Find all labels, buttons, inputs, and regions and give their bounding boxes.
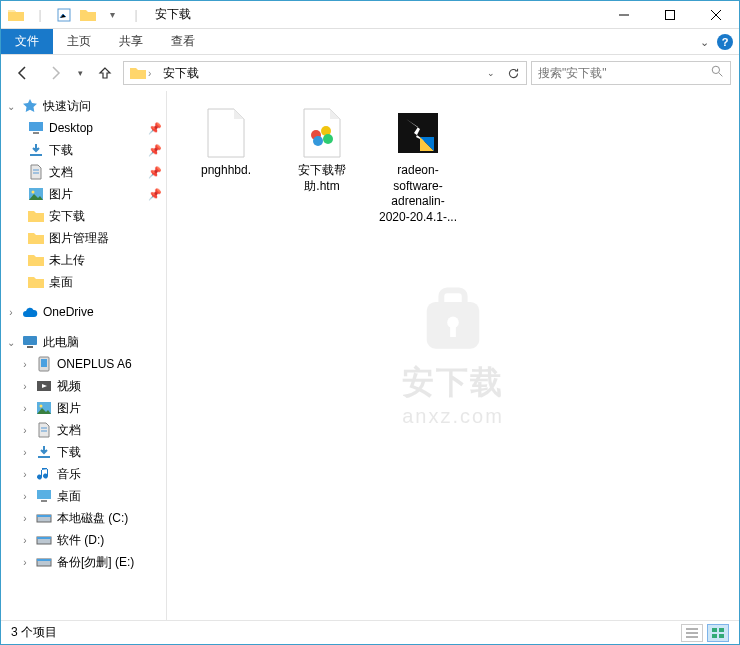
help-icon[interactable]: ? <box>717 34 733 50</box>
nav-back-button[interactable] <box>9 59 37 87</box>
maximize-button[interactable] <box>647 1 693 29</box>
file-name: pnghhbd. <box>201 163 251 179</box>
sidebar-pc-item[interactable]: ›图片 <box>1 397 166 419</box>
address-bar[interactable]: › 安下载 ⌄ <box>123 61 527 85</box>
sidebar-quick-item[interactable]: 未上传 <box>1 249 166 271</box>
qat-properties[interactable] <box>53 4 75 26</box>
sidebar-pc-item[interactable]: ›ONEPLUS A6 <box>1 353 166 375</box>
search-input[interactable] <box>538 66 705 80</box>
svg-rect-9 <box>30 154 42 156</box>
chevron-right-icon[interactable]: › <box>19 403 31 414</box>
svg-point-20 <box>40 405 43 408</box>
nav-recent-dropdown[interactable]: ▾ <box>73 59 87 87</box>
drive-icon <box>35 553 53 571</box>
svg-rect-47 <box>719 634 724 638</box>
sidebar-quick-item[interactable]: 桌面 <box>1 271 166 293</box>
svg-rect-46 <box>712 634 717 638</box>
sidebar-pc-item[interactable]: ›视频 <box>1 375 166 397</box>
nav-forward-button[interactable] <box>41 59 69 87</box>
view-icons-button[interactable] <box>707 624 729 642</box>
close-button[interactable] <box>693 1 739 29</box>
navigation-pane[interactable]: ⌄ 快速访问 Desktop📌下载📌文档📌图片📌安下载图片管理器未上传桌面 › … <box>1 91 167 620</box>
chevron-right-icon[interactable]: › <box>19 425 31 436</box>
file-item[interactable]: radeon-software-adrenalin-2020-20.4.1-..… <box>373 101 463 229</box>
sidebar-quick-item[interactable]: 文档📌 <box>1 161 166 183</box>
chevron-right-icon[interactable]: › <box>19 535 31 546</box>
sidebar-onedrive[interactable]: › OneDrive <box>1 301 166 323</box>
ribbon-share-tab[interactable]: 共享 <box>105 29 157 54</box>
file-name: radeon-software-adrenalin-2020-20.4.1-..… <box>377 163 459 225</box>
drive-icon <box>35 531 53 549</box>
chevron-right-icon[interactable]: › <box>19 469 31 480</box>
svg-point-13 <box>32 191 35 194</box>
star-icon <box>21 97 39 115</box>
ribbon-file-tab[interactable]: 文件 <box>1 29 53 54</box>
chevron-right-icon[interactable]: › <box>19 491 31 502</box>
pc-icon <box>21 333 39 351</box>
address-root[interactable]: › <box>126 62 155 84</box>
chevron-right-icon[interactable]: › <box>19 381 31 392</box>
file-icon <box>298 105 346 161</box>
svg-point-5 <box>712 66 719 73</box>
sidebar-pc-item[interactable]: ›软件 (D:) <box>1 529 166 551</box>
svg-rect-8 <box>33 132 39 134</box>
address-dropdown-button[interactable]: ⌄ <box>480 62 502 84</box>
sidebar-this-pc[interactable]: ⌄ 此电脑 <box>1 331 166 353</box>
nav-up-button[interactable] <box>91 59 119 87</box>
sidebar-quick-item[interactable]: Desktop📌 <box>1 117 166 139</box>
folder-icon <box>27 273 45 291</box>
sidebar-pc-item[interactable]: ›桌面 <box>1 485 166 507</box>
downloads-icon <box>27 141 45 159</box>
qat-new-folder[interactable] <box>77 4 99 26</box>
ribbon-home-tab[interactable]: 主页 <box>53 29 105 54</box>
sidebar-pc-item[interactable]: ›备份[勿删] (E:) <box>1 551 166 573</box>
chevron-right-icon[interactable]: › <box>19 557 31 568</box>
chevron-down-icon[interactable]: ⌄ <box>5 337 17 348</box>
window-title: 安下载 <box>147 6 601 23</box>
svg-rect-31 <box>37 559 51 561</box>
sidebar-pc-item[interactable]: ›下载 <box>1 441 166 463</box>
view-details-button[interactable] <box>681 624 703 642</box>
qat-separator: | <box>29 4 51 26</box>
ribbon-expand-icon[interactable]: ⌄ <box>700 36 709 49</box>
documents-icon <box>35 421 53 439</box>
chevron-right-icon[interactable]: › <box>5 307 17 318</box>
desktop-lib-icon <box>35 487 53 505</box>
search-icon[interactable] <box>711 65 724 81</box>
chevron-right-icon[interactable]: › <box>19 447 31 458</box>
svg-rect-2 <box>666 10 675 19</box>
svg-rect-15 <box>27 346 33 348</box>
pin-icon: 📌 <box>148 144 162 157</box>
qat-customize[interactable]: ▾ <box>101 4 123 26</box>
status-item-count: 3 个项目 <box>11 624 57 641</box>
sidebar-quick-item[interactable]: 图片📌 <box>1 183 166 205</box>
sidebar-pc-item[interactable]: ›音乐 <box>1 463 166 485</box>
file-item[interactable]: 安下载帮助.htm <box>277 101 367 229</box>
chevron-down-icon[interactable]: ⌄ <box>5 101 17 112</box>
chevron-right-icon: › <box>148 68 151 79</box>
file-list-area[interactable]: 安下载 anxz.com pnghhbd.安下载帮助.htmradeon-sof… <box>167 91 739 620</box>
svg-rect-17 <box>41 359 47 367</box>
svg-rect-44 <box>712 628 717 632</box>
chevron-right-icon[interactable]: › <box>19 513 31 524</box>
pin-icon: 📌 <box>148 166 162 179</box>
file-icon <box>394 105 442 161</box>
minimize-button[interactable] <box>601 1 647 29</box>
sidebar-quick-item[interactable]: 安下载 <box>1 205 166 227</box>
refresh-button[interactable] <box>502 62 524 84</box>
svg-point-38 <box>323 134 333 144</box>
sidebar-pc-item[interactable]: ›文档 <box>1 419 166 441</box>
search-box[interactable] <box>531 61 731 85</box>
svg-point-39 <box>313 136 323 146</box>
file-item[interactable]: pnghhbd. <box>181 101 271 229</box>
svg-point-34 <box>447 316 459 328</box>
sidebar-pc-item[interactable]: ›本地磁盘 (C:) <box>1 507 166 529</box>
pictures-icon <box>27 185 45 203</box>
address-crumb-0[interactable]: 安下载 <box>159 62 203 84</box>
sidebar-quick-item[interactable]: 图片管理器 <box>1 227 166 249</box>
sidebar-quick-item[interactable]: 下载📌 <box>1 139 166 161</box>
sidebar-quick-access[interactable]: ⌄ 快速访问 <box>1 95 166 117</box>
ribbon-view-tab[interactable]: 查看 <box>157 29 209 54</box>
chevron-right-icon[interactable]: › <box>19 359 31 370</box>
drive-icon <box>35 509 53 527</box>
